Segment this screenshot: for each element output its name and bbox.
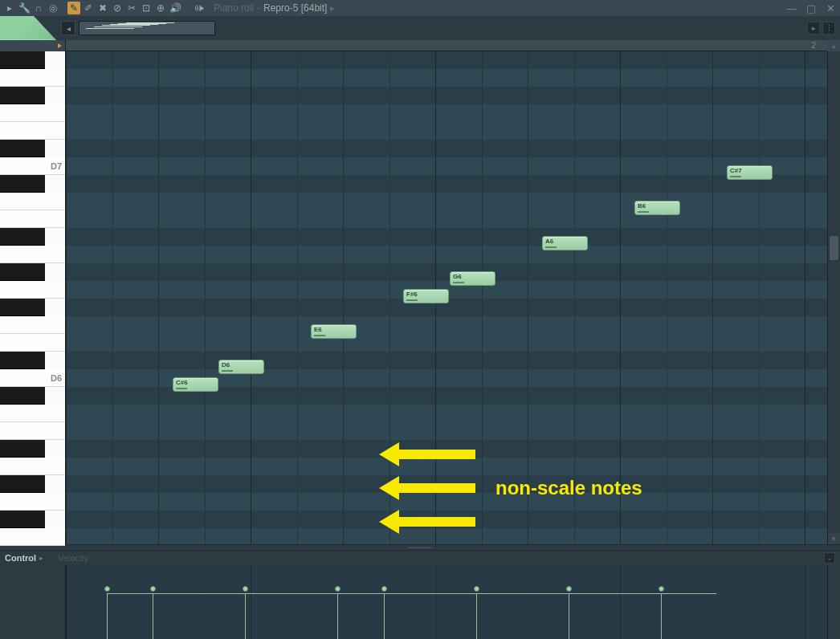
control-type[interactable]: Velocity: [58, 553, 88, 563]
velocity-bar[interactable]: [476, 594, 477, 639]
white-key[interactable]: [0, 334, 65, 352]
control-minimize-button[interactable]: -: [824, 552, 835, 564]
white-key[interactable]: [0, 316, 65, 334]
midi-note[interactable]: G6: [450, 271, 495, 286]
control-label[interactable]: Control: [5, 553, 36, 563]
midi-note[interactable]: C#6: [173, 377, 218, 392]
white-key[interactable]: [0, 422, 65, 440]
wrench-icon[interactable]: 🔧: [18, 2, 31, 14]
black-key[interactable]: [0, 175, 45, 193]
velocity-bar[interactable]: [107, 594, 108, 639]
white-key[interactable]: [0, 281, 65, 299]
note-grid[interactable]: non-scale notes C#6D6E6F#6G6A6B6C#7: [66, 51, 827, 544]
main-area: D7D6 non-scale notes C#6D6E6F#6G6A6B6C#7…: [0, 51, 840, 544]
black-key[interactable]: [0, 511, 45, 528]
splitter-handle[interactable]: [0, 544, 840, 551]
white-key[interactable]: [0, 104, 65, 122]
midi-note[interactable]: D6: [218, 360, 264, 374]
slice-tool-icon[interactable]: ✂: [125, 2, 138, 14]
white-key[interactable]: [0, 122, 65, 140]
midi-note[interactable]: C#7: [727, 165, 773, 180]
white-key[interactable]: [0, 458, 65, 475]
velocity-handle[interactable]: [659, 586, 664, 592]
nav-options-button[interactable]: ⋮: [822, 22, 835, 35]
white-key[interactable]: [0, 210, 65, 228]
black-key[interactable]: [0, 140, 45, 157]
velocity-bar[interactable]: [661, 594, 662, 639]
magnet-icon[interactable]: ∩: [32, 2, 45, 14]
velocity-handle[interactable]: [381, 586, 387, 592]
stamp-icon[interactable]: ◎: [47, 2, 59, 14]
velocity-grid[interactable]: [66, 565, 827, 639]
black-key[interactable]: [0, 51, 45, 69]
velocity-bar[interactable]: [245, 594, 246, 639]
midi-note[interactable]: E6: [311, 324, 357, 339]
velocity-handle[interactable]: [474, 586, 479, 592]
velocity-handle[interactable]: [150, 586, 156, 592]
white-key[interactable]: [0, 493, 65, 511]
velocity-bar[interactable]: [384, 594, 385, 639]
menu-dropdown-icon[interactable]: ▸: [3, 2, 16, 14]
scroll-down-button[interactable]: ▾: [828, 533, 840, 544]
white-key[interactable]: [0, 193, 65, 210]
velocity-grid-line: [667, 565, 667, 639]
white-key[interactable]: [0, 246, 65, 263]
timeline-ruler[interactable]: 2: [66, 40, 827, 51]
midi-note[interactable]: A6: [542, 236, 588, 250]
white-key[interactable]: D6: [0, 369, 65, 387]
velocity-handle[interactable]: [104, 586, 110, 592]
velocity-grid-line: [620, 565, 621, 639]
velocity-grid-line: [482, 565, 483, 639]
black-key[interactable]: [0, 475, 45, 493]
ruler-scroll-up[interactable]: ▴: [827, 40, 840, 51]
white-key[interactable]: [0, 69, 65, 87]
minimize-button[interactable]: —: [785, 2, 798, 14]
speaker-icon[interactable]: 🕪: [193, 2, 206, 14]
white-key[interactable]: D7: [0, 157, 65, 175]
black-key[interactable]: [0, 352, 45, 369]
nav-next-button[interactable]: ▸: [807, 22, 820, 35]
black-key[interactable]: [0, 87, 45, 104]
title-arrow-icon[interactable]: ▸: [330, 2, 335, 14]
velocity-bar[interactable]: [337, 594, 338, 639]
minimap[interactable]: [79, 21, 215, 35]
white-key[interactable]: [0, 528, 65, 546]
close-button[interactable]: ✕: [824, 2, 837, 14]
navigation-bar: ◂ ▸ ⋮: [0, 16, 840, 40]
select-tool-icon[interactable]: ⊡: [140, 2, 153, 14]
nav-prev-button[interactable]: ◂: [61, 21, 75, 35]
scrollbar-thumb[interactable]: [830, 236, 838, 260]
grid-line: [620, 51, 621, 544]
draw-tool-icon[interactable]: ✎: [67, 2, 80, 14]
note-label: C#7: [730, 167, 742, 174]
black-key[interactable]: [0, 440, 45, 458]
velocity-bar[interactable]: [153, 594, 153, 639]
delete-tool-icon[interactable]: ✖: [96, 2, 109, 14]
ruler-corner[interactable]: [0, 40, 66, 51]
paint-tool-icon[interactable]: ✐: [82, 2, 95, 14]
maximize-button[interactable]: ▢: [805, 2, 818, 14]
white-key[interactable]: [0, 405, 65, 422]
velocity-handle[interactable]: [243, 586, 248, 592]
black-key[interactable]: [0, 299, 45, 316]
velocity-bar[interactable]: [569, 594, 569, 639]
vertical-scrollbar[interactable]: ▾: [827, 51, 840, 544]
velocity-handle[interactable]: [335, 586, 340, 592]
grid-line: [205, 51, 206, 544]
midi-note[interactable]: F#6: [403, 289, 449, 303]
mute-tool-icon[interactable]: ⊘: [111, 2, 124, 14]
playback-tool-icon[interactable]: 🔊: [169, 2, 181, 14]
grid-line: [158, 51, 159, 544]
velocity-handle[interactable]: [566, 586, 572, 592]
note-label: C#6: [176, 379, 188, 386]
grid-line: [667, 51, 667, 544]
black-key[interactable]: [0, 387, 45, 405]
control-dropdown-icon[interactable]: ▸: [39, 554, 43, 562]
black-key[interactable]: [0, 228, 45, 246]
channel-tab[interactable]: [0, 16, 56, 40]
piano-keyboard[interactable]: D7D6: [0, 51, 66, 544]
midi-note[interactable]: B6: [634, 201, 680, 215]
zoom-tool-icon[interactable]: ⊕: [154, 2, 167, 14]
velocity-line: [661, 593, 716, 594]
black-key[interactable]: [0, 263, 45, 281]
